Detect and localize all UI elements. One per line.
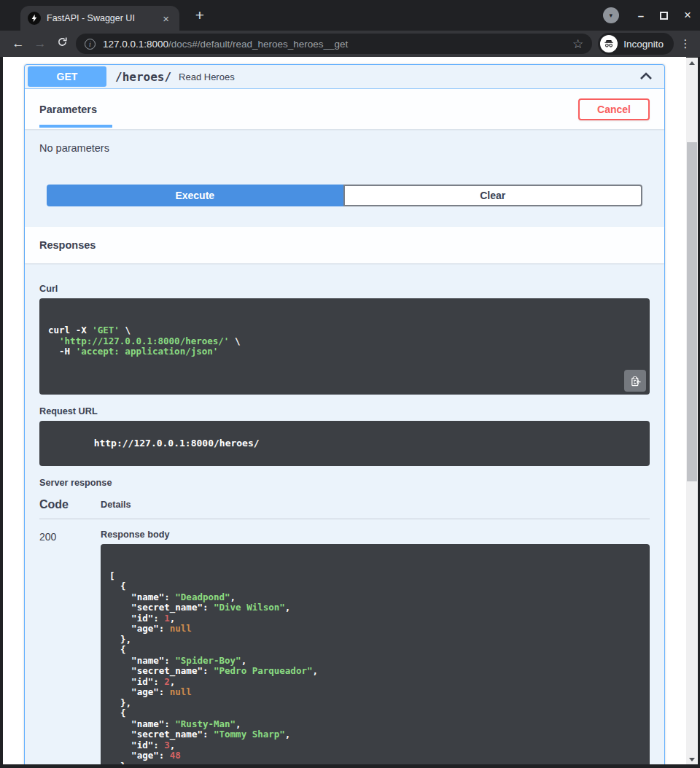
- site-info-icon[interactable]: i: [85, 39, 96, 50]
- responses-title: Responses: [39, 239, 96, 251]
- bookmark-star-icon[interactable]: ☆: [572, 36, 583, 52]
- response-body-label: Response body: [101, 530, 650, 540]
- details-column-header: Details: [101, 500, 131, 510]
- opblock-get-heroes: GET /heroes/ Read Heroes Parameters Canc…: [24, 64, 665, 764]
- address-bar[interactable]: i 127.0.0.1:8000/docs#/default/read_hero…: [76, 34, 592, 54]
- code-column-header: Code: [39, 498, 101, 511]
- execute-row: Execute Clear: [25, 185, 664, 206]
- parameters-title: Parameters: [39, 104, 97, 115]
- parameters-header: Parameters Cancel: [25, 89, 664, 129]
- scrollbar-up-icon[interactable]: [686, 58, 698, 68]
- request-url-value: http://127.0.0.1:8000/heroes/: [94, 438, 260, 449]
- browser-menu-icon[interactable]: ⋮: [678, 37, 693, 50]
- minimize-button[interactable]: –: [638, 9, 644, 22]
- method-badge[interactable]: GET: [28, 66, 106, 87]
- tab-title: FastAPI - Swagger UI: [47, 13, 160, 23]
- status-code: 200: [39, 530, 101, 765]
- response-row: 200 Response body [ { "name": "Deadpond"…: [39, 519, 650, 765]
- responses-body: Curl curl -X 'GET' \ 'http://127.0.0.1:8…: [25, 263, 664, 764]
- url-host: 127.0.0.1:8000: [103, 39, 168, 50]
- clear-button[interactable]: Clear: [343, 185, 643, 206]
- fastapi-favicon-icon: [28, 12, 41, 25]
- browser-toolbar: ← → i 127.0.0.1:8000/docs#/default/read_…: [0, 31, 700, 57]
- url-text: 127.0.0.1:8000/docs#/default/read_heroes…: [103, 39, 567, 50]
- tab-close-icon[interactable]: ×: [160, 12, 172, 26]
- no-parameters-text: No parameters: [39, 142, 109, 154]
- operation-summary-text: Read Heroes: [179, 71, 235, 82]
- scrollbar-down-icon[interactable]: [686, 754, 698, 764]
- back-icon[interactable]: ←: [7, 36, 29, 51]
- cancel-button[interactable]: Cancel: [578, 98, 650, 120]
- swagger-page: GET /heroes/ Read Heroes Parameters Canc…: [3, 57, 686, 764]
- curl-block: curl -X 'GET' \ 'http://127.0.0.1:8000/h…: [39, 298, 650, 395]
- curl-code: curl -X 'GET' \ 'http://127.0.0.1:8000/h…: [48, 325, 641, 357]
- browser-tab[interactable]: FastAPI - Swagger UI ×: [20, 6, 179, 31]
- code-details-header: Code Details: [39, 498, 650, 519]
- server-response-label: Server response: [39, 478, 650, 488]
- execute-button[interactable]: Execute: [47, 185, 343, 206]
- tab-search-icon[interactable]: ▾: [603, 7, 619, 23]
- operation-path: /heroes/: [115, 70, 171, 84]
- response-body-block: [ { "name": "Deadpond", "secret_name": "…: [101, 544, 650, 765]
- incognito-label: Incognito: [623, 39, 664, 50]
- close-button[interactable]: ×: [684, 8, 691, 23]
- request-url-block: http://127.0.0.1:8000/heroes/: [39, 421, 650, 466]
- response-body-code: [ { "name": "Deadpond", "secret_name": "…: [109, 571, 641, 765]
- parameters-body: No parameters: [25, 129, 664, 185]
- parameters-tab-underline: [39, 125, 112, 128]
- incognito-icon: [600, 35, 618, 53]
- url-path: /docs#/default/read_heroes_heroes__get: [168, 39, 348, 50]
- copy-curl-button[interactable]: [624, 370, 646, 392]
- operation-summary[interactable]: GET /heroes/ Read Heroes: [25, 65, 664, 89]
- reload-icon[interactable]: [51, 36, 73, 51]
- new-tab-button[interactable]: +: [191, 7, 209, 24]
- page-scrollbar[interactable]: [686, 58, 698, 764]
- forward-icon[interactable]: →: [29, 36, 51, 51]
- incognito-badge: Incognito: [598, 33, 674, 55]
- request-url-label: Request URL: [39, 406, 650, 416]
- scrollbar-thumb[interactable]: [687, 142, 697, 481]
- responses-header: Responses: [25, 227, 664, 263]
- collapse-chevron-icon[interactable]: [634, 69, 658, 85]
- maximize-button[interactable]: [660, 12, 668, 20]
- curl-label: Curl: [39, 284, 650, 294]
- browser-titlebar: FastAPI - Swagger UI × + ▾ – ×: [0, 0, 700, 31]
